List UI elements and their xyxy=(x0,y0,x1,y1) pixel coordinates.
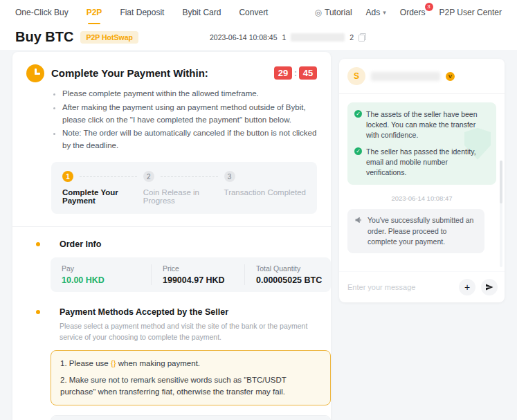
order-progress-stepper: 1 Complete Your Payment 2 Coin Release i… xyxy=(51,162,317,214)
step-transaction-completed: 3 Transaction Completed xyxy=(224,171,306,205)
tutorial-link[interactable]: ◎ Tutorial xyxy=(315,8,352,17)
chat-header: S V xyxy=(339,59,505,94)
order-info-box: Pay 10.00 HKD Price 199004.97 HKD Total … xyxy=(51,257,331,292)
nav-left: One-Click Buy P2P Fiat Deposit Bybit Car… xyxy=(15,0,268,24)
order-card: Complete Your Payment Within: 29 : 45 Pl… xyxy=(12,52,331,420)
step-connector xyxy=(80,176,137,177)
check-icon: ✓ xyxy=(354,147,362,155)
step-indicator: 3 xyxy=(224,171,306,182)
seller-name-redacted xyxy=(371,72,440,81)
order-number-end: 2 xyxy=(350,33,354,42)
step-label: Transaction Completed xyxy=(224,188,306,197)
chat-panel: S V ✓ The assets of the seller have been… xyxy=(339,59,505,302)
ads-dropdown[interactable]: Ads ▾ xyxy=(366,8,386,17)
top-navigation: One-Click Buy P2P Fiat Deposit Bybit Car… xyxy=(0,0,517,24)
seller-notice-line: 2. Make sure not to remark sensitive wor… xyxy=(60,374,321,399)
system-message-bubble: You've successfully submitted an order. … xyxy=(347,209,484,253)
orders-link[interactable]: Orders 3 xyxy=(400,8,426,17)
assurance-item: ✓ The assets of the seller have been loc… xyxy=(354,109,489,141)
payment-methods-description: Please select a payment method and visit… xyxy=(60,321,329,343)
order-number-start: 1 xyxy=(282,33,287,42)
section-bullet-icon xyxy=(36,242,40,246)
megaphone-icon xyxy=(354,216,363,224)
field-value: 10.00 HKD xyxy=(62,275,140,285)
orders-label: Orders xyxy=(400,8,426,17)
p2p-user-center-link[interactable]: P2P User Center xyxy=(439,8,502,17)
instruction-item: After making the payment using an paymen… xyxy=(62,102,317,127)
notice-text: 1. Please use xyxy=(60,359,111,367)
assurance-text: The seller has passed the identity, emai… xyxy=(366,147,489,179)
step-indicator: 2 xyxy=(143,171,224,182)
nav-bybit-card[interactable]: Bybit Card xyxy=(182,0,221,24)
ads-label: Ads xyxy=(366,8,381,17)
nav-convert[interactable]: Convert xyxy=(239,0,268,24)
field-label: Price xyxy=(163,264,233,273)
orders-count-badge: 3 xyxy=(425,3,433,11)
tutorial-icon: ◎ xyxy=(315,8,322,17)
step-label: Complete Your Payment xyxy=(62,188,143,205)
notice-text: when making payment. xyxy=(116,359,200,367)
payment-methods-heading: Payment Methods Accepted by the Seller xyxy=(60,307,317,317)
order-info-pay: Pay 10.00 HKD xyxy=(51,264,151,285)
step-number: 1 xyxy=(62,171,73,182)
bank-transfer-box: Bank Transfer Name Bank Account Number B… xyxy=(51,415,331,420)
step-indicator: 1 xyxy=(62,171,143,182)
order-info-price: Price 199004.97 HKD xyxy=(151,264,244,285)
send-button[interactable] xyxy=(481,279,498,295)
assurance-item: ✓ The seller has passed the identity, em… xyxy=(354,147,489,179)
attach-button[interactable]: + xyxy=(459,279,475,295)
page-title: Buy BTC xyxy=(15,29,73,45)
chat-input-bar: + xyxy=(339,271,505,302)
system-message-text: You've successfully submitted an order. … xyxy=(368,215,478,247)
seller-avatar[interactable]: S xyxy=(347,67,365,85)
plus-icon: + xyxy=(464,282,470,293)
timer-separator: : xyxy=(294,69,297,78)
seller-notice-line: 1. Please use {} when making payment. xyxy=(60,358,321,369)
assurance-text: The assets of the seller have been locke… xyxy=(366,109,489,141)
send-icon xyxy=(485,283,493,291)
field-label: Total Quantity xyxy=(256,264,320,273)
field-value: 0.00005025 BTC xyxy=(256,275,320,285)
section-bullet-icon xyxy=(36,310,40,314)
seller-assurance-box: ✓ The assets of the seller have been loc… xyxy=(347,102,496,185)
notice-highlight: {} xyxy=(111,359,116,367)
payment-instructions-list: Please complete payment within the allow… xyxy=(26,88,317,152)
timer-seconds: 45 xyxy=(299,66,317,80)
tutorial-label: Tutorial xyxy=(325,8,352,17)
chat-scrollbar[interactable] xyxy=(500,161,502,267)
payment-methods-section: Payment Methods Accepted by the Seller P… xyxy=(26,307,317,420)
check-icon: ✓ xyxy=(354,110,362,118)
payment-deadline-title: Complete Your Payment Within: xyxy=(51,64,208,79)
step-connector xyxy=(161,176,218,177)
nav-one-click-buy[interactable]: One-Click Buy xyxy=(15,0,69,24)
copy-icon[interactable] xyxy=(359,33,366,42)
content: Complete Your Payment Within: 29 : 45 Pl… xyxy=(0,50,517,420)
chat-timestamp: 2023-06-14 10:08:47 xyxy=(347,194,496,202)
nav-fiat-deposit[interactable]: Fiat Deposit xyxy=(120,0,164,24)
instruction-item: Please complete payment within the allow… xyxy=(62,88,317,100)
chat-messages: ✓ The assets of the seller have been loc… xyxy=(339,94,505,271)
hotswap-badge: P2P HotSwap xyxy=(80,31,138,44)
nav-right: ◎ Tutorial Ads ▾ Orders 3 P2P User Cente… xyxy=(315,0,502,24)
countdown-timer: 29 : 45 xyxy=(274,64,317,80)
bank-transfer-option[interactable]: Bank Transfer xyxy=(51,416,330,420)
chat-message-input[interactable] xyxy=(346,282,453,292)
timer-minutes: 29 xyxy=(274,66,292,80)
step-complete-payment: 1 Complete Your Payment xyxy=(62,171,143,205)
order-info-quantity: Total Quantity 0.00005025 BTC xyxy=(244,264,331,285)
order-info-heading: Order Info xyxy=(60,239,317,249)
chevron-down-icon: ▾ xyxy=(383,9,386,16)
divider xyxy=(12,226,331,227)
order-number-redacted xyxy=(291,33,345,42)
seller-notice-box: 1. Please use {} when making payment. 2.… xyxy=(51,350,331,406)
field-label: Pay xyxy=(62,264,140,273)
order-meta: 2023-06-14 10:08:45 1 2 xyxy=(210,33,366,42)
nav-p2p[interactable]: P2P xyxy=(87,0,102,24)
order-info-section: Order Info Pay 10.00 HKD Price 199004.97… xyxy=(26,239,317,292)
p2p-order-page: One-Click Buy P2P Fiat Deposit Bybit Car… xyxy=(0,0,517,420)
step-label: Coin Release in Progress xyxy=(143,188,224,205)
step-number: 3 xyxy=(224,171,235,182)
page-header: Buy BTC P2P HotSwap 2023-06-14 10:08:45 … xyxy=(0,24,517,50)
step-coin-release: 2 Coin Release in Progress xyxy=(143,171,224,205)
order-datetime: 2023-06-14 10:08:45 xyxy=(210,33,278,42)
